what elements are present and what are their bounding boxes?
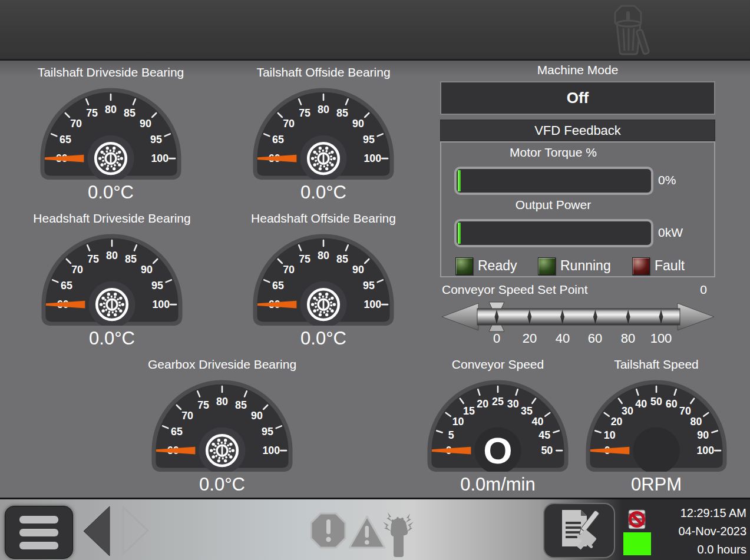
output-power-bar-fill <box>458 223 461 244</box>
svg-text:70: 70 <box>70 118 82 130</box>
output-power-bar <box>454 219 653 247</box>
no-waste-drum-icon <box>626 508 648 531</box>
menu-icon <box>19 516 58 523</box>
svg-text:75: 75 <box>299 107 310 119</box>
svg-text:90: 90 <box>697 429 709 441</box>
gauge-title: Tailshaft Offside Bearing <box>244 65 403 82</box>
svg-text:50: 50 <box>650 396 662 407</box>
svg-text:90: 90 <box>141 264 153 276</box>
date-text: 04-Nov-2023 <box>652 522 746 541</box>
setpoint-track[interactable] <box>477 309 680 325</box>
gauge-tailshaft-driveside-bearing: Tailshaft Driveside Bearing 606570758085… <box>31 65 190 203</box>
svg-text:65: 65 <box>272 134 284 145</box>
machine-mode-value: Off <box>567 89 589 107</box>
svg-text:35: 35 <box>521 405 533 417</box>
time-text: 12:29:15 AM <box>652 504 746 522</box>
gauge-value: 0.0°C <box>244 328 403 349</box>
gauge-dial: 0102030405060708090100 <box>583 375 729 472</box>
gauge-title: Tailshaft Driveside Bearing <box>31 65 190 82</box>
setpoint-slider[interactable] <box>441 301 715 333</box>
gauge-dial: 6065707580859095100 <box>38 82 184 180</box>
gauge-value: 0.0°C <box>31 182 190 203</box>
svg-text:100: 100 <box>696 445 714 456</box>
svg-text:65: 65 <box>171 426 183 438</box>
svg-text:95: 95 <box>363 280 375 291</box>
svg-text:95: 95 <box>150 134 162 145</box>
back-arrow-icon <box>84 506 110 556</box>
svg-text:75: 75 <box>197 399 209 411</box>
gauge-headshaft-driveside-bearing: Headshaft Driveside Bearing 606570758085… <box>32 211 191 349</box>
svg-text:30: 30 <box>507 398 519 410</box>
fault-led <box>632 257 650 275</box>
gauge-dial: 6065707580859095100 <box>149 375 295 472</box>
vfd-feedback-panel: VFD Feedback Motor Torque % 0% Output Po… <box>440 120 715 277</box>
svg-text:10: 10 <box>604 429 616 441</box>
svg-text:5: 5 <box>448 429 454 441</box>
svg-text:75: 75 <box>87 253 99 265</box>
svg-text:65: 65 <box>60 134 71 145</box>
running-label: Running <box>560 258 611 274</box>
svg-text:80: 80 <box>318 250 329 261</box>
ready-led <box>455 257 473 275</box>
svg-text:80: 80 <box>105 104 117 115</box>
gauge-title: Tailshaft Speed <box>577 357 736 375</box>
vfd-panel-title: VFD Feedback <box>440 120 715 141</box>
motor-torque-bar-fill <box>458 170 461 191</box>
gauge-dial: 6065707580859095100 <box>39 228 185 326</box>
svg-text:85: 85 <box>235 399 247 411</box>
ready-label: Ready <box>478 258 517 274</box>
svg-text:90: 90 <box>140 118 151 130</box>
svg-text:85: 85 <box>336 107 348 119</box>
clock-display: 12:29:15 AM 04-Nov-2023 0.0 hours <box>652 504 746 559</box>
setpoint-increase-arrow[interactable] <box>678 303 714 330</box>
alarm-trash-icon[interactable] <box>604 1 654 58</box>
notes-button[interactable] <box>543 503 615 558</box>
svg-text:80: 80 <box>318 104 329 115</box>
gauge-conveyor-speed: Conveyor Speed 05101520253035404550O 0.0… <box>418 357 577 495</box>
gauge-value: 0.0°C <box>32 328 191 349</box>
svg-text:80: 80 <box>106 250 118 261</box>
vfd-panel-body: Motor Torque % 0% Output Power 0kW Ready… <box>440 141 715 277</box>
tick-label: 100 <box>640 331 682 346</box>
svg-text:60: 60 <box>666 398 678 410</box>
gauge-tailshaft-speed: Tailshaft Speed 0102030405060708090100 0… <box>577 357 736 495</box>
svg-text:O: O <box>483 430 512 471</box>
run-hours-indicator <box>623 532 651 555</box>
shock-hazard-icon <box>381 511 416 557</box>
gauge-value: 0.0°C <box>143 474 302 495</box>
svg-text:70: 70 <box>181 410 193 422</box>
svg-text:15: 15 <box>463 405 475 417</box>
svg-text:85: 85 <box>124 107 136 119</box>
back-button[interactable] <box>81 505 112 557</box>
output-power-value: 0kW <box>658 226 683 240</box>
run-hours-text: 0.0 hours <box>652 541 746 559</box>
alarm-octagon-icon <box>309 512 347 549</box>
svg-text:40: 40 <box>635 398 647 410</box>
machine-mode-display: Off <box>440 81 715 115</box>
svg-text:70: 70 <box>283 118 295 130</box>
motor-torque-value: 0% <box>658 173 676 187</box>
svg-text:80: 80 <box>690 416 702 428</box>
svg-text:25: 25 <box>492 396 504 407</box>
setpoint-value: 0 <box>648 283 707 297</box>
output-power-label: Output Power <box>441 198 665 212</box>
svg-text:20: 20 <box>611 416 623 428</box>
forward-button[interactable] <box>121 505 150 556</box>
menu-button[interactable] <box>5 506 73 559</box>
svg-text:20: 20 <box>477 398 488 410</box>
gauge-dial: 05101520253035404550O <box>425 375 571 472</box>
gauge-headshaft-offside-bearing: Headshaft Offside Bearing 60657075808590… <box>244 211 403 349</box>
gauge-gearbox-driveside-bearing: Gearbox Driveside Bearing 60657075808590… <box>143 357 302 495</box>
setpoint-decrease-arrow[interactable] <box>442 303 478 330</box>
bottom-nav-bar: 12:29:15 AM 04-Nov-2023 0.0 hours <box>0 498 750 560</box>
svg-text:100: 100 <box>364 299 381 310</box>
notes-pin-icon <box>544 504 614 557</box>
svg-text:70: 70 <box>679 405 691 417</box>
motor-torque-bar <box>454 167 653 195</box>
svg-text:90: 90 <box>352 264 364 276</box>
machine-mode-title: Machine Mode <box>440 63 715 77</box>
motor-torque-label: Motor Torque % <box>441 145 665 160</box>
svg-text:75: 75 <box>299 253 310 265</box>
gauge-title: Headshaft Driveside Bearing <box>32 211 191 228</box>
gauge-value: 0RPM <box>577 474 736 495</box>
